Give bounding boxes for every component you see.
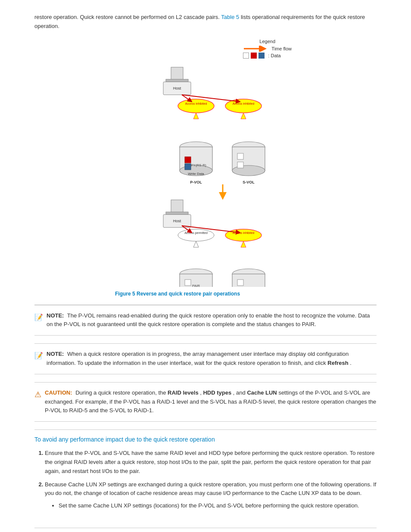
svg-rect-1 bbox=[171, 67, 183, 81]
svg-rect-24 bbox=[237, 153, 243, 159]
figure-caption: Figure 5 Reverse and quick restore pair … bbox=[115, 291, 296, 297]
svg-rect-17 bbox=[185, 157, 191, 163]
svg-text:Access inhibited: Access inhibited bbox=[233, 102, 255, 105]
legend-timeflow-label: Time flow bbox=[271, 46, 292, 51]
section-heading: To avoid any performance impact due to t… bbox=[34, 436, 377, 443]
page: restore operation. Quick restore cannot … bbox=[0, 0, 411, 532]
note-block-2: 📝 NOTE: When a quick restore operation i… bbox=[34, 343, 377, 374]
svg-point-23 bbox=[232, 165, 265, 176]
bullet-list: Set the same Cache LUN XP settings (loca… bbox=[59, 501, 377, 510]
svg-rect-48 bbox=[232, 274, 265, 287]
svg-text:PAIR: PAIR bbox=[192, 284, 200, 287]
list-item-2: Because Cache LUN XP settings are exchan… bbox=[45, 480, 377, 510]
figure-container: Legend Time flow bbox=[115, 39, 296, 297]
caution-bold2: HDD types bbox=[203, 389, 231, 396]
figure-caption-text: Reverse and quick restore pair operation… bbox=[137, 291, 240, 297]
caution-comma2: , and bbox=[233, 389, 247, 396]
svg-rect-2 bbox=[166, 79, 188, 82]
svg-rect-18 bbox=[185, 164, 191, 170]
numbered-list: Ensure that the P-VOL and S-VOL have the… bbox=[45, 449, 377, 510]
svg-marker-37 bbox=[241, 241, 246, 247]
page-footer: Business Copy XP user guide for the XP12… bbox=[34, 528, 377, 532]
legend-data-row: : Data bbox=[243, 53, 292, 59]
svg-text:Access inhibited: Access inhibited bbox=[185, 102, 207, 105]
svg-rect-50 bbox=[237, 280, 243, 286]
svg-text:Access permitted: Access permitted bbox=[184, 231, 208, 235]
caution-intro: During a quick restore operation, the bbox=[75, 389, 168, 396]
data-box-blue-icon bbox=[258, 53, 265, 59]
note-text-1: The P-VOL remains read-enabled during th… bbox=[47, 312, 370, 328]
caution-bold3: Cache LUN bbox=[247, 389, 277, 396]
svg-marker-34 bbox=[193, 241, 199, 247]
svg-rect-25 bbox=[237, 162, 243, 168]
legend-timeflow-row: Time flow bbox=[243, 46, 292, 52]
caution-bold1: RAID levels bbox=[168, 389, 199, 396]
svg-point-8 bbox=[225, 99, 262, 113]
svg-marker-10 bbox=[241, 113, 246, 119]
table5-link[interactable]: Table 5 bbox=[221, 14, 239, 20]
figure-caption-label: Figure 5 bbox=[115, 291, 135, 297]
note-block-1: 📝 NOTE: The P-VOL remains read-enabled d… bbox=[34, 305, 377, 336]
svg-marker-7 bbox=[193, 113, 199, 119]
legend-data-boxes bbox=[243, 53, 265, 59]
note-content-1: NOTE: The P-VOL remains read-enabled dur… bbox=[47, 311, 377, 330]
time-flow-arrow-icon bbox=[243, 46, 269, 52]
list-item-1-text: Ensure that the P-VOL and S-VOL have the… bbox=[45, 450, 374, 474]
data-box-white-icon bbox=[243, 53, 249, 59]
legend: Legend Time flow bbox=[243, 39, 292, 59]
svg-text:Host: Host bbox=[173, 86, 181, 90]
note-icon-1: 📝 bbox=[34, 312, 43, 323]
note-refresh-bold: Refresh bbox=[327, 360, 348, 366]
list-item-2-text: Because Cache LUN XP settings are exchan… bbox=[45, 481, 376, 497]
legend-data-label: : Data bbox=[268, 53, 280, 58]
list-item-1: Ensure that the P-VOL and S-VOL have the… bbox=[45, 449, 377, 476]
diagram-svg: Host Access inhibited Access inhibited bbox=[115, 63, 296, 287]
note-label-2: NOTE: bbox=[47, 351, 64, 357]
svg-point-5 bbox=[178, 99, 214, 113]
note-text-2-end: . bbox=[350, 360, 352, 366]
caution-block: ⚠ CAUTION: During a quick restore operat… bbox=[34, 382, 377, 422]
svg-rect-43 bbox=[185, 280, 191, 286]
note-label-1: NOTE: bbox=[47, 312, 64, 319]
diagram-area: Host Access inhibited Access inhibited bbox=[115, 63, 296, 288]
svg-text:P-VOL: P-VOL bbox=[190, 180, 202, 184]
legend-title: Legend bbox=[243, 39, 292, 44]
caution-content: CAUTION: During a quick restore operatio… bbox=[45, 389, 377, 415]
intro-paragraph: restore operation. Quick restore cannot … bbox=[34, 13, 377, 31]
bullet-item-1: Set the same Cache LUN XP settings (loca… bbox=[59, 501, 377, 510]
intro-text1: restore operation. Quick restore cannot … bbox=[34, 14, 220, 20]
note-content-2: NOTE: When a quick restore operation is … bbox=[47, 350, 377, 368]
svg-text:S-VOL: S-VOL bbox=[243, 180, 255, 184]
svg-text:Write Data: Write Data bbox=[188, 172, 204, 176]
data-box-red-icon bbox=[251, 53, 257, 59]
bullet-item-1-text: Set the same Cache LUN XP settings (loca… bbox=[59, 502, 359, 509]
caution-label: CAUTION: bbox=[45, 389, 72, 396]
note-icon-2: 📝 bbox=[34, 350, 43, 361]
note-text-2: When a quick restore operation is in pro… bbox=[47, 351, 349, 366]
svg-text:Host: Host bbox=[173, 219, 181, 223]
svg-rect-28 bbox=[171, 200, 183, 214]
caution-icon: ⚠ bbox=[34, 389, 41, 401]
svg-rect-29 bbox=[166, 212, 188, 215]
